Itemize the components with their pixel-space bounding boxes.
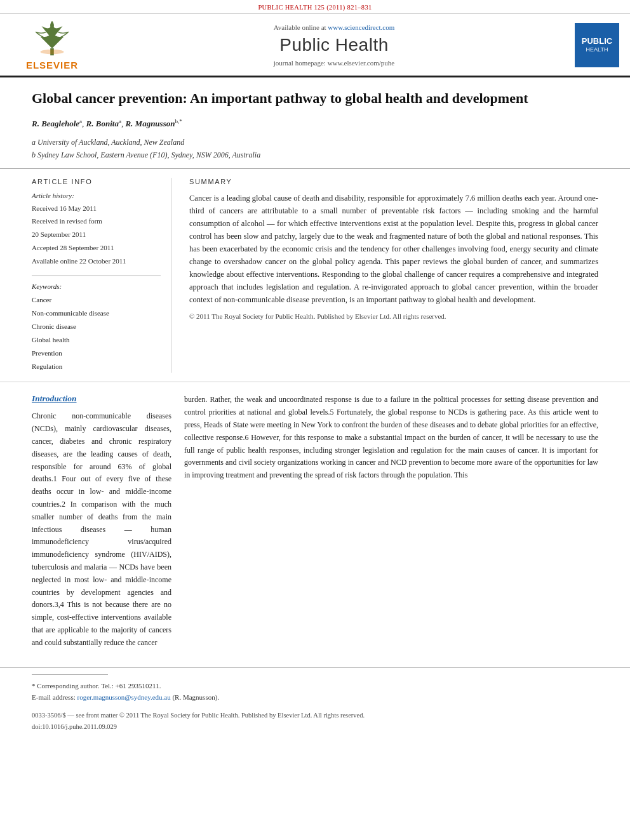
received-date: Received 16 May 2011 [32, 202, 161, 215]
author-magnusson: R. Magnusson [125, 119, 175, 128]
author-email-link[interactable]: roger.magnusson@sydney.edu.au [77, 693, 170, 701]
article-authors: R. Beagleholea, R. Bonitaa, R. Magnusson… [32, 117, 598, 131]
revised-date: 20 September 2011 [32, 228, 161, 241]
journal-citation: PUBLIC HEALTH 125 (2011) 821–831 [258, 4, 372, 11]
footnote-section: * Corresponding author. Tel.: +61 293510… [0, 667, 630, 707]
affiliation-a: a University of Auckland, Auckland, New … [32, 136, 598, 149]
header-center: Available online at www.sciencedirect.co… [104, 19, 564, 70]
intro-right-text: burden. Rather, the weak and uncoordinat… [184, 394, 598, 482]
footnote-divider [32, 674, 108, 675]
accepted-date: Accepted 28 September 2011 [32, 241, 161, 255]
ph-badge-line1: PUBLIC [582, 36, 612, 46]
journal-badge-area: PUBLIC HEALTH [572, 19, 622, 70]
keywords-label: Keywords: [32, 283, 161, 290]
intro-left-col: Introduction Chronic non-communicable di… [32, 394, 171, 654]
elsevier-wordmark: ELSEVIER [26, 60, 78, 70]
main-content: Introduction Chronic non-communicable di… [0, 382, 630, 660]
article-info-summary-section: ARTICLE INFO Article history: Received 1… [0, 169, 630, 383]
received-revised-label: Received in revised form [32, 215, 161, 228]
keyword-cancer: Cancer [32, 293, 161, 307]
info-divider [32, 276, 161, 276]
available-online-date: Available online 22 October 2011 [32, 255, 161, 268]
summary-header: SUMMARY [189, 178, 598, 185]
svg-point-1 [41, 50, 64, 54]
summary-copyright: © 2011 The Royal Society for Public Heal… [189, 311, 598, 323]
journal-top-bar: PUBLIC HEALTH 125 (2011) 821–831 [0, 0, 630, 14]
article-dates: Received 16 May 2011 Received in revised… [32, 202, 161, 268]
keyword-chronic: Chronic disease [32, 320, 161, 333]
keyword-prevention: Prevention [32, 347, 161, 360]
introduction-title: Introduction [32, 394, 171, 404]
footer-bar: 0033-3506/$ — see front matter © 2011 Th… [0, 707, 630, 735]
article-info-header: ARTICLE INFO [32, 178, 161, 185]
author-beaglehole: R. Beaglehole [32, 119, 79, 128]
article-info-col: ARTICLE INFO Article history: Received 1… [32, 178, 171, 373]
keyword-ncd: Non-communicable disease [32, 307, 161, 320]
ph-badge-line2: HEALTH [586, 46, 608, 53]
keyword-regulation: Regulation [32, 360, 161, 373]
elsevier-logo-area: ELSEVIER [8, 19, 97, 70]
history-label: Article history: [32, 192, 161, 199]
keywords-list: Cancer Non-communicable disease Chronic … [32, 293, 161, 373]
intro-left-text: Chronic non-communicable diseases (NCDs)… [32, 410, 171, 649]
article-title-section: Global cancer prevention: An important p… [0, 77, 630, 169]
available-online-text: Available online at www.sciencedirect.co… [274, 23, 395, 31]
footnote-corresponding: * Corresponding author. Tel.: +61 293510… [32, 680, 598, 692]
sciencedirect-link[interactable]: www.sciencedirect.com [328, 23, 394, 31]
footer-rights: 0033-3506/$ — see front matter © 2011 Th… [32, 710, 598, 721]
header-section: ELSEVIER Available online at www.science… [0, 14, 630, 77]
summary-paragraph: Cancer is a leading global cause of deat… [189, 192, 598, 306]
ph-journal-badge: PUBLIC HEALTH [575, 23, 619, 67]
journal-title: Public Health [279, 35, 388, 55]
footer-doi: doi:10.1016/j.puhe.2011.09.029 [32, 721, 598, 733]
footnote-email: E-mail address: roger.magnusson@sydney.e… [32, 691, 598, 703]
article-title: Global cancer prevention: An important p… [32, 89, 598, 108]
affiliation-b: b Sydney Law School, Eastern Avenue (F10… [32, 149, 598, 161]
author-bonita: R. Bonita [86, 119, 119, 128]
summary-col: SUMMARY Cancer is a leading global cause… [184, 178, 598, 373]
elsevier-tree-icon [27, 19, 77, 57]
journal-homepage: journal homepage: www.elsevier.com/puhe [274, 59, 395, 67]
intro-right-col: burden. Rather, the weak and uncoordinat… [184, 394, 598, 654]
summary-text: Cancer is a leading global cause of deat… [189, 192, 598, 323]
keyword-global-health: Global health [32, 333, 161, 347]
affiliations: a University of Auckland, Auckland, New … [32, 136, 598, 162]
elsevier-logo: ELSEVIER [26, 19, 78, 70]
